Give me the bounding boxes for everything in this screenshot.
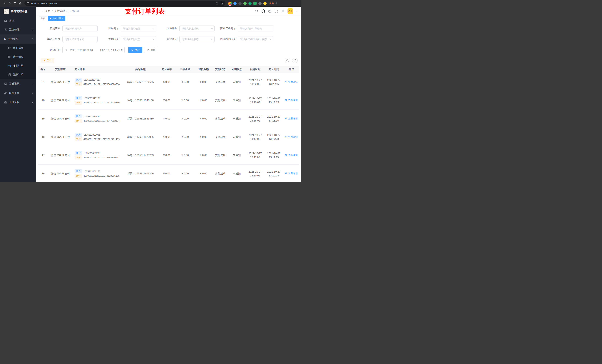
view-detail-link[interactable]: 查看详情 (285, 117, 298, 120)
pay-tag: 支付 (75, 137, 82, 141)
cell-status: 支付成功 (213, 165, 228, 182)
sidebar-item-workflow[interactable]: 工作流程 (0, 98, 36, 107)
sidebar-item-merchant-info[interactable]: 商户信息 (0, 44, 36, 52)
sidebar: 芋道管理系统 首页 系统管理 ¥ 支付管理 商户信息 (0, 7, 36, 182)
channel-code-select[interactable] (180, 26, 214, 31)
view-detail-link[interactable]: 查看详情 (285, 172, 298, 175)
sidebar-item-payment[interactable]: ¥ 支付管理 (0, 34, 36, 44)
filter-merchant: 所属商户 (41, 26, 97, 31)
github-icon[interactable] (262, 10, 265, 13)
table-row: 17 微信 JSAPI 支付 商户1635311468233 支付4200001… (38, 146, 299, 165)
col-fee: 手续金额 (176, 66, 194, 73)
toggle-search-button[interactable] (285, 58, 290, 63)
notify-status-select[interactable] (238, 36, 273, 42)
download-icon (43, 59, 46, 62)
sidebar-item-refund-order[interactable]: 退款订单 (0, 70, 36, 79)
cell-action: 查看详情 (283, 73, 299, 91)
address-bar[interactable]: localhost:1024/pay/order (24, 1, 226, 6)
cell-pay-time: 2021-10-27 13:19:15 (265, 91, 283, 110)
export-button[interactable]: 导出 (41, 58, 54, 63)
sidebar-item-home[interactable]: 首页 (0, 16, 36, 25)
cell-title: 标题：1635311401256 (123, 165, 158, 182)
tab-home[interactable]: 首页 (39, 16, 47, 21)
reset-button[interactable]: 重置 (144, 47, 158, 53)
profile-avatar-icon[interactable] (263, 2, 267, 5)
extension-icon-green[interactable] (243, 2, 247, 5)
extension-icon-check[interactable]: ✓ (248, 2, 252, 5)
view-detail-link[interactable]: 查看详情 (285, 80, 298, 84)
search-icon[interactable] (255, 10, 258, 13)
pay-order-no: 4200001181202110277723215336 (84, 101, 119, 104)
view-detail-link[interactable]: 查看详情 (285, 135, 298, 139)
cell-create-time: 2021-10-27 13:11:08 (246, 146, 265, 165)
avatar-caret-icon[interactable] (296, 10, 298, 12)
share-icon[interactable] (216, 2, 218, 5)
sidebar-item-dev-tools[interactable]: 研发工具 (0, 88, 36, 98)
sidebar-item-infra[interactable]: 基础设施 (0, 79, 36, 88)
chevron-down-icon (211, 28, 213, 30)
sidebar-item-app-info[interactable]: 应用信息 (0, 52, 36, 62)
chevron-down-icon (32, 92, 33, 94)
home-icon[interactable] (18, 1, 22, 6)
extension-icon-green-square[interactable] (253, 2, 257, 5)
browser-menu-icon[interactable]: ⋮ (275, 2, 278, 5)
close-tab-icon[interactable]: × (62, 17, 64, 20)
user-avatar[interactable] (288, 8, 293, 14)
tab-pay-order[interactable]: 支付订单 × (48, 16, 65, 21)
cell-fee: ¥ 0.00 (176, 91, 194, 110)
merchant-tag: 商户 (75, 133, 82, 137)
merchant-tag: 商户 (75, 96, 82, 100)
screen: localhost:1024/pay/order 10 ✓ 更新 ⋮ 芋道管理系… (0, 0, 301, 182)
wrench-icon (4, 92, 7, 94)
bookmark-star-icon[interactable] (220, 2, 223, 5)
refresh-table-button[interactable] (292, 58, 298, 63)
pay-tag: 支付 (75, 119, 82, 123)
sidebar-fold-icon[interactable] (39, 10, 43, 13)
cell-status: 支付成功 (213, 146, 228, 165)
date-separator: - (96, 49, 97, 52)
logo-avatar (4, 9, 9, 14)
cell-status: 支付成功 (213, 91, 228, 110)
cell-id: 16 (38, 165, 48, 182)
extension-icon-blue-drop[interactable] (233, 2, 236, 5)
chrome-update-button[interactable]: 更新 (269, 2, 274, 5)
extension-icon-colorful[interactable]: 10 (228, 2, 232, 5)
merchant-tag: 商户 (75, 151, 82, 155)
cell-notify: 未通知 (228, 91, 246, 110)
cell-create-time: 2021-10-27 13:17:03 (246, 128, 265, 146)
cell-fee: ¥ 0.00 (176, 110, 194, 128)
refund-status-select[interactable] (180, 36, 214, 42)
channel-order-no-input[interactable] (63, 36, 97, 42)
app-select[interactable] (121, 26, 156, 31)
pay-status-select[interactable] (121, 36, 156, 42)
col-order: 支付订单 (72, 66, 123, 73)
sidebar-item-system[interactable]: 系统管理 (0, 25, 36, 34)
breadcrumb-current: 支付订单 (69, 10, 79, 13)
reload-icon[interactable] (13, 1, 17, 6)
back-icon[interactable] (2, 1, 7, 6)
view-detail-link[interactable]: 查看详情 (285, 153, 298, 157)
view-detail-link[interactable]: 查看详情 (285, 98, 298, 102)
merchant-order-no: 1635311949168 (84, 96, 100, 100)
cell-pay-time: 2021-10-27 13:17:08 (265, 128, 283, 146)
merchant-input[interactable] (63, 26, 97, 31)
fullscreen-icon[interactable] (275, 10, 278, 13)
date-range-picker[interactable]: 2021-10-01 00:00:00 - 2021-10-31 23:59:5… (62, 47, 125, 53)
search-button[interactable]: 搜索 (128, 47, 142, 53)
extension-icon-dark[interactable] (238, 2, 242, 5)
filter-refund-status: 退款状态 (158, 36, 215, 42)
orders-table: 编号 支付渠道 支付订单 商品标题 支付金额 手续金额 退款金额 支付状态 回调… (38, 66, 299, 182)
font-size-icon[interactable]: TT (281, 9, 284, 13)
breadcrumb-home[interactable]: 首页 (45, 10, 50, 13)
help-icon[interactable] (268, 10, 272, 13)
forward-icon[interactable] (7, 1, 12, 6)
extension-icon-pin[interactable] (258, 2, 262, 5)
sidebar-item-pay-order[interactable]: 支付订单 (0, 62, 36, 70)
merchant-order-no-input[interactable] (238, 26, 273, 31)
breadcrumb-payment[interactable]: 支付管理 (54, 10, 65, 13)
site-info-icon[interactable] (27, 2, 29, 5)
table-row: 18 微信 JSAPI 支付 商户1635311823086 支付4200001… (38, 128, 299, 146)
table-row: 20 微信 JSAPI 支付 商户1635311949168 支付4200001… (38, 91, 299, 110)
url-text: localhost:1024/pay/order (31, 2, 57, 5)
cell-pay-time: 2021-10-27 13:22:15 (265, 73, 283, 91)
